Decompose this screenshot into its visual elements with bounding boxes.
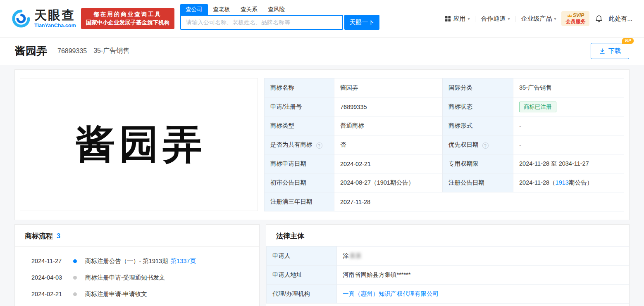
promo-banner: 都在用的商业查询工具 国家中小企业发展子基金旗下机构 bbox=[81, 8, 175, 29]
field-label: 国际分类 bbox=[443, 78, 513, 97]
table-row: 商标名称 酱园弄 国际分类 35-广告销售 bbox=[265, 78, 624, 97]
process-card-header: 商标流程 3 bbox=[15, 225, 259, 247]
field-label: 申请人地址 bbox=[267, 266, 337, 285]
promo-banner-line1: 都在用的商业查询工具 bbox=[86, 10, 170, 19]
applicant-name-visible: 涂 bbox=[343, 252, 349, 259]
brand-domain: TianYanCha.com bbox=[34, 23, 76, 28]
nav-divider bbox=[515, 16, 515, 22]
timeline-dot bbox=[73, 276, 77, 280]
table-row: 初审公告日期 2024-08-27（1901期公告） 注册公告日期 2024-1… bbox=[265, 173, 624, 192]
nav-cooperation-label: 合作通道 bbox=[481, 15, 506, 23]
table-row: 商标类型 普通商标 商标形式 - bbox=[265, 116, 624, 135]
top-navigation-bar: 天眼查 TianYanCha.com 都在用的商业查询工具 国家中小企业发展子基… bbox=[0, 0, 644, 38]
tab-search-boss[interactable]: 查老板 bbox=[208, 4, 236, 15]
nav-divider bbox=[475, 16, 475, 22]
field-label: 初审公告日期 bbox=[265, 173, 334, 192]
nav-cooperation[interactable]: 合作通道 ▾ bbox=[481, 15, 510, 23]
timeline-date: 2024-02-21 bbox=[31, 290, 67, 298]
registration-number: 76899335 bbox=[57, 47, 87, 55]
field-value-text: 2024-11-28（ bbox=[519, 179, 556, 186]
process-count: 3 bbox=[57, 232, 60, 240]
trademark-detail-card: 酱园弄 商标名称 酱园弄 国际分类 35-广告销售 申请/注册号 7689933… bbox=[14, 69, 630, 220]
timeline-item: 2024-02-21 商标注册申请-申请收文 bbox=[31, 290, 249, 298]
tab-search-relation[interactable]: 查关系 bbox=[235, 4, 263, 15]
redacted-text: 某某 bbox=[350, 252, 362, 259]
nav-enterprise-label: 企业级产品 bbox=[521, 15, 552, 23]
download-button-wrap: 下载 VIP bbox=[591, 43, 629, 59]
search-input[interactable] bbox=[180, 15, 343, 30]
table-row: 申请人地址 河南省固始县方集镇****** bbox=[267, 266, 629, 285]
timeline-date: 2024-04-03 bbox=[31, 274, 67, 282]
field-label: 商标类型 bbox=[265, 116, 334, 135]
gazette-page-link[interactable]: 第1337页 bbox=[171, 258, 196, 264]
field-label: 商标状态 bbox=[443, 97, 513, 116]
help-icon[interactable]: ? bbox=[316, 142, 322, 149]
field-label: 商标名称 bbox=[265, 78, 334, 97]
vip-tag: VIP bbox=[622, 38, 634, 44]
download-label: 下载 bbox=[608, 47, 621, 55]
field-value: 商标已注册 bbox=[513, 97, 624, 116]
table-row: 代理/办理机构 一真（惠州）知识产权代理有限公司 bbox=[267, 285, 629, 304]
table-row: 是否为共有商标 ? 否 优先权日期 ? - bbox=[265, 135, 624, 154]
field-label: 注册满三年日期 bbox=[265, 192, 334, 211]
tianyancha-logo[interactable]: 天眼查 TianYanCha.com bbox=[12, 9, 76, 28]
field-label: 专用权期限 bbox=[443, 154, 513, 173]
chevron-down-icon: ▾ bbox=[467, 17, 470, 21]
field-value-text: 期公告） bbox=[569, 179, 593, 186]
notification-bell-icon[interactable] bbox=[595, 14, 603, 23]
agency-link[interactable]: 一真（惠州）知识产权代理有限公司 bbox=[343, 290, 439, 297]
timeline-text: 商标注册公告（一）- 第1913期第1337页 bbox=[85, 257, 196, 265]
tab-search-company[interactable]: 查公司 bbox=[180, 4, 208, 15]
table-row: 申请/注册号 76899335 商标状态 商标已注册 bbox=[265, 97, 624, 116]
page-header: 酱园弄 76899335 35-广告销售 下载 VIP bbox=[0, 38, 644, 65]
field-value: 35-广告销售 bbox=[513, 78, 624, 97]
legal-card-header: 法律主体 bbox=[266, 225, 629, 246]
trademark-image-text: 酱园弄 bbox=[72, 118, 206, 171]
timeline-item: 2024-04-03 商标注册申请-受理通知书发文 bbox=[31, 274, 249, 282]
field-value: 2024-08-27（1901期公告） bbox=[334, 173, 443, 192]
chevron-down-icon: ▾ bbox=[508, 17, 510, 21]
field-value: 酱园弄 bbox=[334, 78, 443, 97]
chevron-down-icon: ▾ bbox=[554, 17, 556, 21]
tab-search-risk[interactable]: 查风险 bbox=[263, 4, 291, 15]
nav-enterprise-products[interactable]: 企业级产品 ▾ bbox=[521, 15, 556, 23]
download-icon bbox=[599, 48, 606, 55]
svip-member-badge[interactable]: SVIP 会员服务 bbox=[561, 11, 589, 26]
field-label-text: 优先权日期 bbox=[448, 141, 479, 148]
field-value: 2024-11-28（1913期公告） bbox=[513, 173, 624, 192]
table-row: 注册满三年日期 2027-11-28 bbox=[265, 192, 624, 211]
help-icon[interactable]: ? bbox=[482, 142, 489, 149]
field-label: 申请人 bbox=[267, 247, 337, 266]
trademark-category: 35-广告销售 bbox=[93, 47, 129, 55]
field-value: 一真（惠州）知识产权代理有限公司 bbox=[337, 285, 629, 304]
table-row: 商标申请日期 2024-02-21 专用权期限 2024-11-28 至 203… bbox=[265, 154, 624, 173]
promo-banner-line2: 国家中小企业发展子基金旗下机构 bbox=[86, 19, 170, 27]
download-button[interactable]: 下载 bbox=[591, 43, 629, 59]
member-service-label: 会员服务 bbox=[565, 19, 585, 25]
brand-name: 天眼查 bbox=[34, 9, 76, 22]
process-timeline: 2024-11-27 商标注册公告（一）- 第1913期第1337页 2024-… bbox=[15, 247, 259, 298]
field-label: 是否为共有商标 ? bbox=[265, 135, 334, 154]
search-tabs: 查公司 查老板 查关系 查风险 bbox=[180, 4, 379, 15]
trademark-image: 酱园弄 bbox=[20, 78, 258, 211]
timeline-dot bbox=[73, 259, 77, 263]
field-value: - bbox=[513, 116, 624, 135]
timeline-event-label: 商标注册公告（一）- 第1913期 bbox=[85, 258, 168, 264]
gazette-issue-link[interactable]: 1913 bbox=[556, 179, 569, 186]
svip-label: SVIP bbox=[573, 12, 584, 19]
legal-title: 法律主体 bbox=[276, 231, 304, 241]
search-button[interactable]: 天眼一下 bbox=[344, 15, 379, 30]
header-right-nav: 应用 ▾ 合作通道 ▾ 企业级产品 ▾ SVIP 会员服务 bbox=[445, 11, 632, 26]
table-row: 申请人 涂某某 bbox=[267, 247, 629, 266]
timeline-text: 商标注册申请-申请收文 bbox=[85, 290, 147, 298]
search-area: 查公司 查老板 查关系 查风险 天眼一下 bbox=[180, 4, 379, 30]
user-menu[interactable]: 此处有... bbox=[608, 15, 632, 23]
field-value: 2024-11-28 至 2034-11-27 bbox=[513, 154, 624, 173]
nav-apps-label: 应用 bbox=[453, 15, 465, 23]
field-label: 商标形式 bbox=[443, 116, 513, 135]
timeline-dot bbox=[73, 292, 77, 296]
page-title: 酱园弄 bbox=[15, 44, 47, 58]
field-value: 否 bbox=[334, 135, 443, 154]
main-content: 酱园弄 商标名称 酱园弄 国际分类 35-广告销售 申请/注册号 7689933… bbox=[0, 65, 644, 306]
nav-apps[interactable]: 应用 ▾ bbox=[445, 15, 470, 23]
